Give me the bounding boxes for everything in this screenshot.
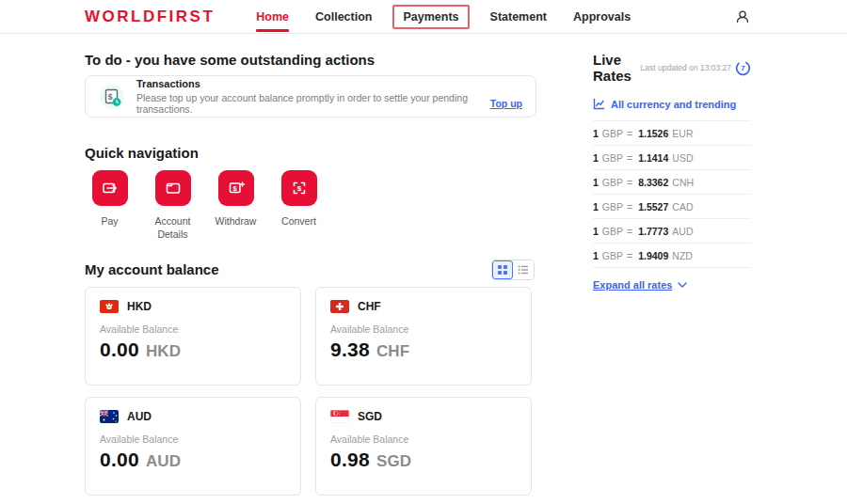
sgd-flag-icon [330,410,349,423]
rate-value: 1.7773 [638,226,668,237]
quick-nav-account-details[interactable]: Account Details [141,170,204,241]
rate-equals: = [627,201,632,213]
list-view-button[interactable] [513,260,534,279]
quick-nav-withdraw-label: Withdraw [216,214,257,228]
quick-nav-pay-label: Pay [101,214,118,228]
transactions-invoice-icon: $ [99,84,125,110]
all-currency-link-label: All currency and trending [611,99,736,110]
rate-value: 1.1526 [638,128,668,139]
rate-row-cad: 1 GBP = 1.5527 CAD [593,195,751,219]
expand-all-rates-label: Expand all rates [593,279,672,291]
chevron-down-icon [678,282,687,288]
top-up-link[interactable]: Top up [490,98,522,109]
todo-transactions-card: $ Transactions Please top up your accoun… [85,75,536,118]
quick-nav-pay[interactable]: Pay [78,170,141,241]
refresh-countdown-value: 7 [735,60,751,76]
rate-equals: = [627,152,632,164]
rate-base: 1 [593,201,599,213]
todo-card-title: Transactions [136,78,522,89]
aud-flag-icon [100,410,119,423]
balance-card-sgd[interactable]: SGD Available Balance 0.98 SGD [315,397,532,496]
quick-nav-convert-label: Convert [281,214,316,228]
balance-amount: 9.38 [330,339,370,361]
rate-equals: = [627,128,632,139]
rate-base-ccy: GBP [602,201,623,213]
worldfirst-dashboard: WORLDFIRST Home Collection Payments Stat… [0,0,847,504]
live-rates-panel: Live Rates Last updated on 13:03:27 7 Al… [593,52,751,291]
pay-icon [92,170,128,206]
todo-card-text: Transactions Please top up your account … [136,78,522,115]
rate-equals: = [627,177,632,188]
rate-value: 8.3362 [638,177,668,188]
rate-base-ccy: GBP [602,177,623,188]
all-currency-link[interactable]: All currency and trending [593,98,751,110]
user-account-icon[interactable] [734,8,751,25]
top-nav-bar: WORLDFIRST Home Collection Payments Stat… [0,0,847,34]
quick-nav-withdraw[interactable]: $ Withdraw [204,170,267,241]
balance-amount: 0.00 [100,339,139,361]
rate-equals: = [627,250,632,261]
todo-card-description: Please top up your account balance promp… [136,92,475,115]
rates-list: 1 GBP = 1.1526 EUR 1 GBP = 1.1414 USD 1 … [593,120,751,268]
svg-text:$: $ [296,184,301,193]
convert-icon: $ [281,170,317,206]
expand-all-rates[interactable]: Expand all rates [593,279,751,291]
balance-amount-currency: CHF [376,342,409,361]
quick-nav-title: Quick navigation [85,145,199,161]
live-rates-updated: Last updated on 13:03:27 [641,63,731,72]
balance-card-currency: CHF [358,300,381,313]
balance-section-title: My account balance [85,261,219,277]
rate-base: 1 [593,226,599,237]
nav-item-home[interactable]: Home [247,2,298,32]
rate-base-ccy: GBP [602,152,623,164]
rate-quote-ccy: CAD [672,201,693,213]
rate-base-ccy: GBP [602,128,623,139]
svg-text:$: $ [108,91,113,101]
balance-card-currency: SGD [358,410,382,423]
rate-value: 1.5527 [638,201,668,213]
rate-base-ccy: GBP [602,250,623,261]
nav-item-payments[interactable]: Payments [392,5,469,29]
rate-row-cnh: 1 GBP = 8.3362 CNH [593,170,751,195]
svg-text:$: $ [232,184,237,193]
nav-item-statement[interactable]: Statement [481,2,556,32]
balance-card-hkd[interactable]: HKD Available Balance 0.00 HKD [85,287,301,386]
quick-nav-convert[interactable]: $ Convert [267,170,330,241]
nav-item-collection[interactable]: Collection [306,2,381,32]
grid-view-button[interactable] [492,260,513,279]
balance-amount: 0.00 [100,449,139,471]
rate-quote-ccy: EUR [672,128,693,139]
available-balance-label: Available Balance [100,433,286,445]
rate-base: 1 [593,152,599,164]
balance-card-currency: HKD [127,300,152,313]
available-balance-label: Available Balance [330,433,517,445]
available-balance-label: Available Balance [100,323,286,335]
rate-base: 1 [593,128,599,139]
rate-row-aud: 1 GBP = 1.7773 AUD [593,219,751,244]
quick-nav-account-details-label: Account Details [147,214,200,241]
main-nav: Home Collection Payments Statement Appro… [247,2,640,32]
trending-chart-icon [593,98,605,110]
balance-card-aud[interactable]: AUD Available Balance 0.00 AUD [85,397,301,496]
balance-card-chf[interactable]: CHF Available Balance 9.38 CHF [315,287,532,386]
live-rates-title: Live Rates [593,52,632,84]
balance-card-currency: AUD [127,410,152,423]
rate-base-ccy: GBP [602,226,623,237]
nav-item-approvals[interactable]: Approvals [564,2,640,32]
rate-quote-ccy: NZD [672,250,693,261]
hkd-flag-icon [100,300,119,313]
rate-row-nzd: 1 GBP = 1.9409 NZD [593,244,751,268]
quick-nav: Pay Account Details $ Withdraw $ Convert [78,170,330,241]
refresh-countdown-icon: 7 [735,60,751,76]
rate-row-usd: 1 GBP = 1.1414 USD [593,146,751,170]
balance-amount-currency: HKD [146,342,181,361]
todo-section-title: To do - you have some outstanding action… [85,52,375,68]
rate-quote-ccy: AUD [672,226,693,237]
balance-view-toggle [491,260,535,280]
chf-flag-icon [330,300,349,313]
rate-base: 1 [593,250,599,261]
worldfirst-logo: WORLDFIRST [85,8,215,26]
withdraw-icon: $ [218,170,254,206]
rate-row-eur: 1 GBP = 1.1526 EUR [593,121,751,146]
rate-quote-ccy: USD [672,152,693,164]
